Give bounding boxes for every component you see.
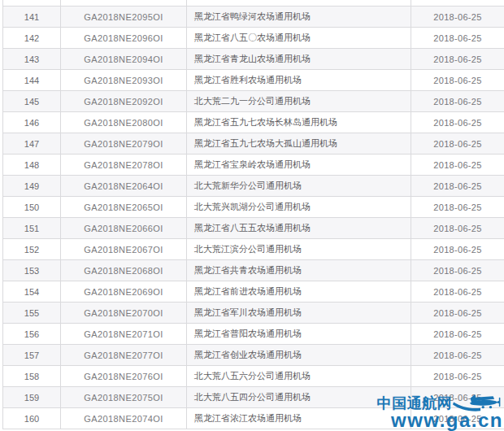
table-row: 154 GA2018NE2069OI 黑龙江省前进农场通用机场 2018-06-…	[2, 281, 504, 303]
airport-name-cell: 黑龙江省共青农场通用机场	[187, 260, 411, 281]
airport-name-cell: 黑龙江省胜利农场通用机场	[187, 70, 411, 90]
date-cell: 2018-06-25	[411, 218, 504, 238]
table-row: 150 GA2018NE2065OI 北大荒兴凯湖分公司通用机场 2018-06…	[2, 197, 504, 218]
table-body: 141 GA2018NE2095OI 黑龙江省鸭绿河农场通用机场 2018-06…	[2, 7, 504, 429]
date-cell: 2018-06-25	[411, 70, 504, 90]
table-row: 147 GA2018NE2079OI 黑龙江省五九七农场大孤山通用机场 2018…	[2, 133, 504, 155]
date-cell: 2018-06-25	[411, 7, 504, 27]
table-row: 151 GA2018NE2066OI 黑龙江省八五五农场通用机场 2018-06…	[2, 218, 504, 239]
row-number-cell: 151	[3, 218, 61, 238]
table-row: 148 GA2018NE2078OI 黑龙江省宝泉岭农场通用机场 2018-06…	[2, 155, 504, 176]
airport-name-cell: 黑龙江省普阳农场通用机场	[187, 324, 411, 344]
row-number-cell: 155	[3, 303, 61, 323]
certificate-code-cell: GA2018NE2076OI	[61, 366, 187, 386]
row-number-cell: 159	[3, 387, 61, 407]
certificate-code-cell: GA2018NE2092OI	[61, 91, 187, 111]
date-cell: 2018-06-25	[411, 281, 504, 302]
date-cell: 2018-06-25	[411, 197, 504, 217]
airport-name-cell: 黑龙江省军川农场通用机场	[187, 303, 411, 323]
date-cell: 2018-06-25	[411, 303, 504, 323]
table-row: 157 GA2018NE2077OI 黑龙江省创业农场通用机场 2018-06-…	[2, 345, 504, 366]
table-row: 143 GA2018NE2094OI 黑龙江省青龙山农场通用机场 2018-06…	[2, 49, 504, 70]
row-number-cell: 157	[3, 345, 61, 365]
certificate-code-cell: GA2018NE2093OI	[61, 70, 187, 90]
table-row: 152 GA2018NE2067OI 北大荒江滨分公司通用机场 2018-06-…	[2, 239, 504, 260]
row-number-cell: 149	[3, 176, 61, 196]
airport-name-cell	[187, 0, 411, 6]
table-row: 142 GA2018NE2096OI 黑龙江省八五〇农场通用机场 2018-06…	[2, 28, 504, 49]
certificate-code-cell: GA2018NE2079OI	[61, 133, 187, 154]
row-number-cell: 144	[3, 70, 61, 90]
certificate-code-cell: GA2018NE2065OI	[61, 197, 187, 217]
airport-name-cell: 北大荒新华分公司通用机场	[187, 176, 411, 196]
row-number-cell: 146	[3, 112, 61, 133]
airport-name-cell: 黑龙江省鸭绿河农场通用机场	[187, 7, 411, 27]
table-row: 141 GA2018NE2095OI 黑龙江省鸭绿河农场通用机场 2018-06…	[2, 7, 504, 28]
row-number-cell: 141	[3, 7, 61, 27]
certificate-code-cell: GA2018NE2075OI	[61, 387, 187, 407]
certificate-code-cell: GA2018NE2094OI	[61, 49, 187, 69]
row-number-cell: 148	[3, 155, 61, 175]
certificate-code-cell: GA2018NE2071OI	[61, 324, 187, 344]
date-cell: 2018-06-25	[411, 239, 504, 259]
date-cell	[411, 0, 504, 6]
certificate-code-cell: GA2018NE2067OI	[61, 239, 187, 259]
date-cell: 2018-06-25	[411, 28, 504, 48]
airport-name-cell: 黑龙江省八五五农场通用机场	[187, 218, 411, 238]
certificate-code-cell: GA2018NE2095OI	[61, 7, 187, 27]
certificate-code-cell	[61, 0, 187, 6]
date-cell: 2018-06-25	[411, 366, 504, 386]
airport-name-cell: 北大荒江滨分公司通用机场	[187, 239, 411, 259]
airport-approval-table: 141 GA2018NE2095OI 黑龙江省鸭绿河农场通用机场 2018-06…	[2, 0, 504, 429]
certificate-code-cell: GA2018NE2069OI	[61, 281, 187, 302]
row-number-cell: 143	[3, 49, 61, 69]
date-cell: 2018-06-25	[411, 324, 504, 344]
row-number-cell: 152	[3, 239, 61, 259]
row-number-cell: 153	[3, 260, 61, 281]
row-number-cell: 145	[3, 91, 61, 111]
row-number-cell: 154	[3, 281, 61, 302]
certificate-code-cell: GA2018NE2066OI	[61, 218, 187, 238]
date-cell: 2018-06-25	[411, 260, 504, 281]
certificate-code-cell: GA2018NE2077OI	[61, 345, 187, 365]
date-cell: 2018-06-25	[411, 91, 504, 111]
airport-name-cell: 黑龙江省八五〇农场通用机场	[187, 28, 411, 48]
date-cell: 2018-06-25	[411, 345, 504, 365]
certificate-code-cell: GA2018NE2078OI	[61, 155, 187, 175]
watermark-site-url: www.ga.cn	[377, 411, 504, 430]
table-row: 144 GA2018NE2093OI 黑龙江省胜利农场通用机场 2018-06-…	[2, 70, 504, 91]
page: 141 GA2018NE2095OI 黑龙江省鸭绿河农场通用机场 2018-06…	[0, 0, 504, 431]
table-row: 145 GA2018NE2092OI 北大荒二九一分公司通用机场 2018-06…	[2, 91, 504, 112]
row-number-cell: 160	[3, 408, 61, 429]
airport-name-cell: 黑龙江省青龙山农场通用机场	[187, 49, 411, 69]
airport-name-cell: 黑龙江省创业农场通用机场	[187, 345, 411, 365]
table-row: 146 GA2018NE2080OI 黑龙江省五九七农场长林岛通用机场 2018…	[2, 112, 504, 133]
certificate-code-cell: GA2018NE2096OI	[61, 28, 187, 48]
date-cell: 2018-06-25	[411, 176, 504, 196]
table-row: 156 GA2018NE2071OI 黑龙江省普阳农场通用机场 2018-06-…	[2, 324, 504, 345]
certificate-code-cell: GA2018NE2064OI	[61, 176, 187, 196]
row-number-cell	[3, 0, 61, 6]
date-cell: 2018-06-25	[411, 133, 504, 154]
certificate-code-cell: GA2018NE2080OI	[61, 112, 187, 133]
row-number-cell: 150	[3, 197, 61, 217]
certificate-code-cell: GA2018NE2070OI	[61, 303, 187, 323]
date-cell: 2018-06-25	[411, 49, 504, 69]
row-number-cell: 158	[3, 366, 61, 386]
airport-name-cell: 北大荒二九一分公司通用机场	[187, 91, 411, 111]
table-row: 155 GA2018NE2070OI 黑龙江省军川农场通用机场 2018-06-…	[2, 303, 504, 324]
airport-name-cell: 黑龙江省五九七农场大孤山通用机场	[187, 133, 411, 154]
row-number-cell: 156	[3, 324, 61, 344]
table-row: 149 GA2018NE2064OI 北大荒新华分公司通用机场 2018-06-…	[2, 176, 504, 197]
airport-name-cell: 黑龙江省五九七农场长林岛通用机场	[187, 112, 411, 133]
certificate-code-cell: GA2018NE2074OI	[61, 408, 187, 429]
airport-name-cell: 北大荒兴凯湖分公司通用机场	[187, 197, 411, 217]
date-cell: 2018-06-25	[411, 112, 504, 133]
table-row: 158 GA2018NE2076OI 北大荒八五六分公司通用机场 2018-06…	[2, 366, 504, 387]
row-number-cell: 147	[3, 133, 61, 154]
certificate-code-cell: GA2018NE2068OI	[61, 260, 187, 281]
airport-name-cell: 北大荒八五六分公司通用机场	[187, 366, 411, 386]
airport-name-cell: 黑龙江省前进农场通用机场	[187, 281, 411, 302]
row-number-cell: 142	[3, 28, 61, 48]
table-row-partial	[2, 0, 504, 7]
